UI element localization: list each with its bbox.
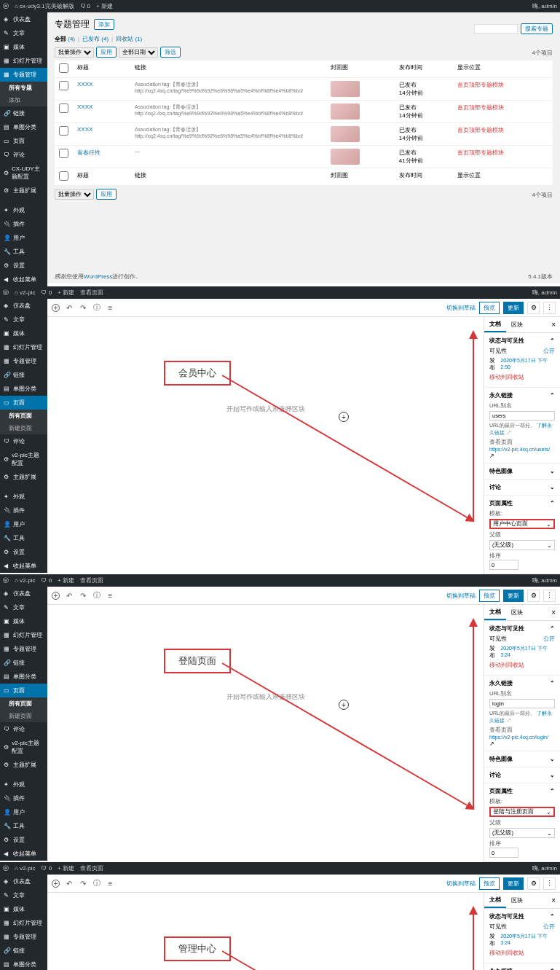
select-all-checkbox[interactable] xyxy=(59,63,68,73)
page-attributes-heading[interactable]: 页面属性⌃ xyxy=(489,499,555,507)
sidebar-item[interactable]: 🔧工具 xyxy=(0,531,47,545)
status-heading[interactable]: 状态与可见性⌃ xyxy=(489,912,555,920)
redo-icon[interactable]: ↷ xyxy=(78,591,87,601)
undo-icon[interactable]: ↶ xyxy=(64,879,74,888)
site-name[interactable]: ⌂ cx-udy3.1完美破解版 xyxy=(15,2,74,10)
row-title[interactable]: 青春任性 xyxy=(73,146,130,168)
new-content[interactable]: + 新建 xyxy=(58,864,74,872)
info-icon[interactable]: ⓘ xyxy=(92,879,101,888)
row-checkbox[interactable] xyxy=(59,149,68,158)
sidebar-item[interactable]: ▦幻灯片管理 xyxy=(0,628,47,642)
sidebar-item[interactable]: ▦专题管理 xyxy=(0,354,47,368)
sidebar-item[interactable]: ▣媒体 xyxy=(0,902,47,916)
user-greet[interactable]: 嗨, admin xyxy=(532,864,557,872)
sidebar-item[interactable]: 🗨评论 xyxy=(0,722,47,736)
bulk-action-select[interactable]: 批量操作 xyxy=(55,47,94,58)
row-title[interactable]: XXXX xyxy=(73,101,130,123)
sidebar-item[interactable]: ⚙CX-UDY主题配置 xyxy=(0,162,47,184)
sidebar-item[interactable]: 🔗链接 xyxy=(0,368,47,382)
sidebar-subitem[interactable]: 所有页面 xyxy=(0,697,47,710)
comment-count[interactable]: 🗨 0 xyxy=(41,289,52,297)
tab-block[interactable]: 区块 xyxy=(506,606,528,619)
tab-document[interactable]: 文档 xyxy=(484,893,506,908)
search-button[interactable]: 搜索专题 xyxy=(521,23,553,34)
tab-document[interactable]: 文档 xyxy=(484,317,506,332)
visibility-value[interactable]: 公开 xyxy=(543,348,555,355)
sidebar-item[interactable]: ⚙设置 xyxy=(0,259,47,273)
view-page[interactable]: 查看页面 xyxy=(80,864,103,872)
comment-count[interactable]: 🗨 0 xyxy=(80,2,90,10)
add-block-icon[interactable]: + xyxy=(52,304,60,312)
wp-logo[interactable]: ⓦ xyxy=(3,864,9,872)
preview-button[interactable]: 预览 xyxy=(479,302,500,314)
sidebar-item[interactable]: 🔧工具 xyxy=(0,245,47,259)
sidebar-subitem[interactable]: 所有专题 xyxy=(0,82,47,94)
row-title[interactable]: XXXX xyxy=(73,123,130,146)
template-select[interactable]: 用户中心页面⌄ xyxy=(489,519,555,529)
content-placeholder[interactable]: 开始写作或输入准选择区块 xyxy=(62,404,469,414)
new-content[interactable]: + 新建 xyxy=(58,576,74,584)
new-content[interactable]: + 新建 xyxy=(58,289,74,297)
redo-icon[interactable]: ↷ xyxy=(78,303,87,313)
undo-icon[interactable]: ↶ xyxy=(64,591,74,601)
user-greet[interactable]: 嗨,admin xyxy=(532,2,557,10)
user-greet[interactable]: 嗨, admin xyxy=(532,289,557,297)
comment-count[interactable]: 🗨 0 xyxy=(41,864,52,872)
move-trash-link[interactable]: 移动到回收站 xyxy=(489,374,524,381)
filter-published[interactable]: 已发布 (4) xyxy=(82,35,109,43)
sidebar-item[interactable]: ▤单图分类 xyxy=(0,382,47,396)
user-greet[interactable]: 嗨, admin xyxy=(532,576,557,584)
add-block-icon[interactable]: + xyxy=(52,880,60,888)
sidebar-item[interactable]: ◀收起菜单 xyxy=(0,273,47,286)
sidebar-item[interactable]: ⚙v2-pic主题配置 xyxy=(0,448,47,470)
learn-permalink-link[interactable]: 了解永久链接 xyxy=(489,711,552,723)
order-input[interactable] xyxy=(489,848,518,858)
update-button[interactable]: 更新 xyxy=(503,877,524,890)
sidebar-item[interactable]: ▤单图分类 xyxy=(0,958,47,970)
publish-value[interactable]: 2020年5月17日 下午3:24 xyxy=(500,645,555,660)
preview-button[interactable]: 预览 xyxy=(479,877,500,890)
sidebar-item[interactable]: ▤单图分类 xyxy=(0,670,47,684)
update-button[interactable]: 更新 xyxy=(503,302,524,314)
update-button[interactable]: 更新 xyxy=(503,590,524,602)
sidebar-subitem[interactable]: 新建页面 xyxy=(0,422,47,434)
sidebar-subitem[interactable]: 所有页面 xyxy=(0,410,47,422)
sidebar-item[interactable]: 👤用户 xyxy=(0,517,47,531)
wp-logo[interactable]: ⓦ xyxy=(3,576,9,584)
parent-select[interactable]: (无父级)⌄ xyxy=(489,828,555,838)
sidebar-item[interactable]: ◀收起菜单 xyxy=(0,847,47,861)
sidebar-item[interactable]: ⚙主题扩展 xyxy=(0,184,47,197)
settings-icon[interactable]: ⚙ xyxy=(527,302,540,314)
more-icon[interactable]: ⋮ xyxy=(543,590,556,602)
sidebar-item[interactable]: ▭页面 xyxy=(0,396,47,410)
bulk-action-select-bottom[interactable]: 批量操作 xyxy=(55,189,94,200)
close-inspector-icon[interactable]: × xyxy=(547,321,560,329)
outline-icon[interactable]: ≡ xyxy=(106,591,115,601)
close-inspector-icon[interactable]: × xyxy=(547,609,560,617)
sidebar-item[interactable]: ▦专题管理 xyxy=(0,642,47,656)
tab-block[interactable]: 区块 xyxy=(506,893,528,907)
site-name[interactable]: ⌂ v2-pic xyxy=(15,864,35,872)
sidebar-item[interactable]: ✎文章 xyxy=(0,26,47,40)
undo-icon[interactable]: ↶ xyxy=(64,303,74,313)
permalink-heading[interactable]: 永久链接⌃ xyxy=(489,679,555,687)
view-page[interactable]: 查看页面 xyxy=(80,289,103,297)
sidebar-item[interactable]: 🔌插件 xyxy=(0,791,47,805)
select-all-checkbox-bottom[interactable] xyxy=(59,171,68,181)
tab-block[interactable]: 区块 xyxy=(506,318,528,332)
sidebar-item[interactable]: 🔧工具 xyxy=(0,819,47,833)
sidebar-item[interactable]: ▭页面 xyxy=(0,684,47,697)
more-icon[interactable]: ⋮ xyxy=(543,302,556,314)
add-block-inline-icon[interactable]: + xyxy=(339,700,349,710)
sidebar-item[interactable]: 🔗链接 xyxy=(0,944,47,958)
row-checkbox[interactable] xyxy=(59,81,68,90)
preview-button[interactable]: 预览 xyxy=(479,590,500,602)
info-icon[interactable]: ⓘ xyxy=(92,303,101,313)
wp-logo[interactable]: ⓦ xyxy=(3,2,9,10)
sidebar-item[interactable]: ▦幻灯片管理 xyxy=(0,340,47,354)
sidebar-item[interactable]: ✦外观 xyxy=(0,490,47,504)
filter-trash[interactable]: 回收站 (1) xyxy=(116,35,142,43)
redo-icon[interactable]: ↷ xyxy=(78,879,87,888)
discussion-heading[interactable]: 讨论⌄ xyxy=(489,483,555,491)
sidebar-item[interactable]: ▭页面 xyxy=(0,134,47,148)
